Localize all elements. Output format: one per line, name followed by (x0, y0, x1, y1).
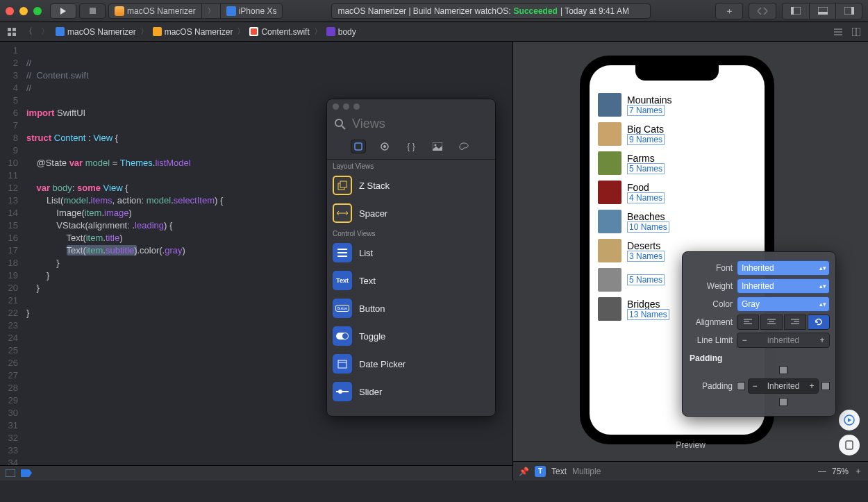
slider-icon (333, 382, 352, 401)
status-succeeded: Succeeded (514, 6, 558, 16)
svg-rect-11 (12, 33, 16, 36)
scheme-selector[interactable]: macOS Namerizer 〉 iPhone Xs (108, 3, 283, 19)
crumb-folder[interactable]: macOS Namerizer (165, 27, 233, 37)
preview-row[interactable]: Mountains7 Names (595, 90, 759, 119)
library-tab-modifiers[interactable] (377, 140, 392, 153)
preview-row[interactable]: Beaches10 Names (595, 207, 759, 236)
align-center-button[interactable] (760, 315, 783, 330)
library-item-zstack[interactable]: Z Stack (327, 171, 495, 199)
padding-left-box[interactable] (737, 382, 745, 390)
library-search-input[interactable] (352, 117, 496, 131)
preview-row-subtitle: 13 Names (627, 310, 669, 319)
library-tab-views[interactable] (351, 140, 366, 153)
live-preview-button[interactable] (839, 410, 860, 430)
line-limit-minus[interactable]: − (737, 335, 751, 345)
preview-row-subtitle: 5 Names (627, 164, 665, 174)
library-item-datepicker[interactable]: Date Picker (327, 350, 495, 378)
padding-control[interactable]: − Inherited + (737, 366, 830, 406)
toggle-navigator-button[interactable] (783, 3, 809, 19)
run-button[interactable] (50, 3, 76, 19)
preview-row[interactable]: Farms5 Names (595, 149, 759, 178)
stop-button[interactable] (79, 3, 106, 19)
add-editor-icon[interactable] (850, 26, 862, 38)
library-minimize-icon[interactable] (343, 103, 349, 110)
device-icon (226, 6, 236, 16)
svg-rect-17 (6, 469, 15, 477)
swift-file-icon (249, 27, 258, 36)
library-tab-colors[interactable] (456, 140, 471, 153)
zoom-level: 75% (832, 467, 849, 476)
breadcrumb[interactable]: macOS Namerizer 〉 macOS Namerizer 〉 Cont… (56, 26, 356, 37)
preview-row-subtitle: 4 Names (627, 193, 665, 203)
zoom-window-icon[interactable] (33, 7, 42, 15)
line-limit-plus[interactable]: + (815, 335, 829, 345)
padding-top-box[interactable] (779, 366, 787, 374)
debug-marker-icon[interactable] (21, 469, 32, 477)
toggle-debug-area-button[interactable] (809, 3, 835, 19)
zoom-out-icon[interactable]: — (818, 467, 826, 476)
attributes-inspector[interactable]: Font Inherited▴▾ Weight Inherited▴▾ Colo… (682, 251, 836, 417)
svg-rect-30 (355, 143, 362, 150)
library-plus-button[interactable]: ＋ (716, 3, 742, 19)
library-item-list[interactable]: List (327, 239, 495, 267)
editor-options-icon[interactable] (832, 26, 844, 38)
svg-rect-1 (90, 8, 96, 14)
align-reset-button[interactable] (808, 315, 830, 330)
padding-right-box[interactable] (821, 382, 830, 390)
zstack-icon (333, 176, 352, 195)
scheme-target-label: macOS Namerizer (127, 6, 196, 16)
breakpoint-toggle-icon[interactable] (6, 469, 15, 477)
nav-back-icon[interactable]: 〈 (22, 26, 35, 38)
toggle-icon (333, 326, 352, 346)
library-zoom-icon[interactable] (353, 103, 360, 110)
library-tab-snippets[interactable]: { } (403, 140, 419, 153)
padding-stepper[interactable]: − Inherited + (748, 378, 819, 394)
library-item-toggle[interactable]: Toggle (327, 322, 495, 350)
preview-row[interactable]: Big Cats9 Names (595, 119, 759, 149)
activity-status: macOS Namerizer | Build Namerizer watchO… (331, 3, 651, 19)
library-traffic-lights (327, 99, 495, 114)
svg-rect-10 (8, 33, 11, 36)
library-item-label: Text (359, 276, 376, 286)
library-item-text[interactable]: Text Text (327, 267, 495, 294)
svg-rect-5 (818, 12, 828, 15)
preview-row-title: Beaches (627, 211, 669, 222)
color-select[interactable]: Gray▴▾ (737, 296, 830, 312)
toggle-inspector-button[interactable] (835, 3, 862, 19)
font-label: Font (688, 263, 737, 273)
nav-forward-icon[interactable]: 〉 (39, 26, 51, 38)
related-items-icon[interactable] (6, 26, 18, 38)
preview-row-title: Mountains (627, 94, 672, 106)
library-tab-media[interactable] (430, 140, 445, 153)
align-leading-button[interactable] (737, 315, 759, 330)
crumb-symbol[interactable]: body (338, 27, 356, 37)
padding-plus[interactable]: + (806, 381, 818, 391)
weight-select[interactable]: Inherited▴▾ (737, 278, 830, 294)
pin-preview-icon[interactable]: 📌 (519, 467, 529, 476)
preview-row-subtitle: 9 Names (627, 135, 665, 144)
padding-bottom-box[interactable] (779, 398, 787, 406)
scheme-target[interactable]: macOS Namerizer (109, 4, 201, 18)
library-close-icon[interactable] (333, 103, 339, 110)
preview-row[interactable]: Food4 Names (595, 178, 759, 207)
zoom-in-icon[interactable]: ＋ (854, 465, 862, 477)
library-item-label: Toggle (359, 331, 385, 342)
padding-minus[interactable]: − (749, 381, 761, 391)
close-window-icon[interactable] (6, 7, 14, 15)
code-review-button[interactable] (749, 3, 776, 19)
preview-thumbnail (598, 268, 621, 292)
library-item-button[interactable]: Button Button (327, 294, 495, 322)
app-icon (115, 6, 124, 16)
library-item-spacer[interactable]: Spacer (327, 199, 495, 227)
font-select[interactable]: Inherited▴▾ (737, 260, 830, 276)
line-limit-stepper[interactable]: − inherited + (737, 333, 830, 348)
crumb-project[interactable]: macOS Namerizer (67, 27, 136, 37)
minimize-window-icon[interactable] (19, 7, 28, 15)
scheme-device[interactable]: iPhone Xs (220, 4, 283, 18)
selection-detail: Multiple (572, 467, 601, 476)
library-item-slider[interactable]: Slider (327, 378, 495, 405)
crumb-file[interactable]: Content.swift (261, 27, 309, 37)
align-trailing-button[interactable] (784, 315, 806, 330)
library-popover[interactable]: { } Layout Views Z Stack Spacer Control … (326, 99, 496, 417)
button-icon: Button (333, 299, 352, 318)
